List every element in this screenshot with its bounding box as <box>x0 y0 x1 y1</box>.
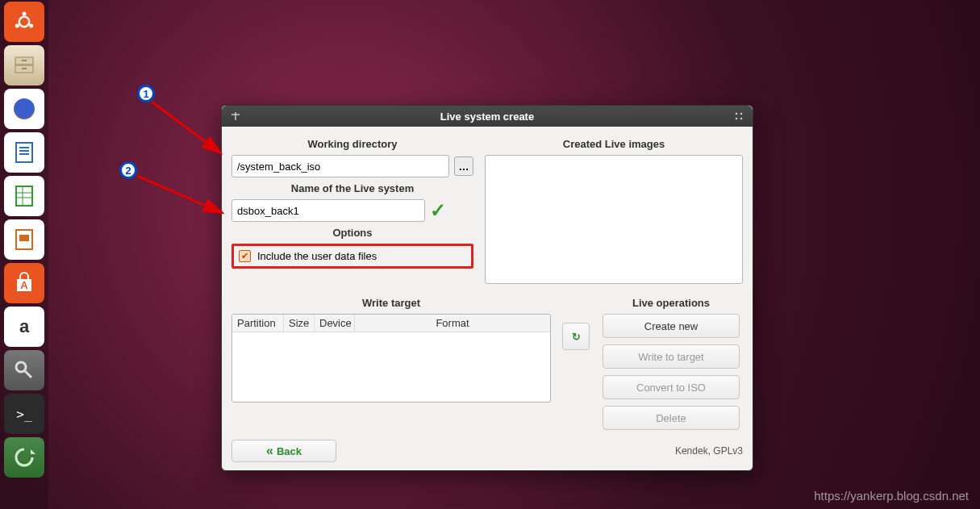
svg-line-28 <box>152 102 221 153</box>
table-header-row: Partition Size Device Format <box>232 315 550 332</box>
col-size: Size <box>284 315 315 332</box>
options-highlight-box: ✔ Include the user data files <box>231 244 473 269</box>
launcher-software-icon[interactable]: A <box>4 263 44 303</box>
credit-text: Kendek, GPLv3 <box>675 445 743 457</box>
delete-button[interactable]: Delete <box>603 406 740 430</box>
svg-point-27 <box>740 118 743 120</box>
document-icon <box>11 140 37 165</box>
shopping-bag-icon: A <box>12 271 36 295</box>
working-directory-label: Working directory <box>231 138 473 150</box>
grip-icon <box>734 111 744 121</box>
working-directory-input[interactable] <box>231 155 449 177</box>
browse-directory-button[interactable]: … <box>454 156 473 176</box>
svg-line-29 <box>137 176 223 213</box>
spreadsheet-icon <box>11 183 37 209</box>
created-images-list[interactable] <box>485 155 743 284</box>
live-system-create-window: Live system create Working directory … N… <box>221 105 753 471</box>
svg-point-26 <box>736 118 738 120</box>
firefox-icon <box>10 95 38 123</box>
launcher-recycle-icon[interactable] <box>4 437 44 478</box>
svg-point-20 <box>16 362 26 372</box>
options-label: Options <box>231 227 473 239</box>
titlebar-right-icon[interactable] <box>728 106 749 127</box>
svg-text:A: A <box>20 279 28 291</box>
live-operations-label: Live operations <box>599 297 743 309</box>
svg-rect-13 <box>16 186 32 206</box>
create-new-button[interactable]: Create new <box>603 314 740 338</box>
launcher-files-icon[interactable] <box>4 45 44 86</box>
refresh-button[interactable]: ↻ <box>562 323 590 350</box>
write-target-table[interactable]: Partition Size Device Format <box>231 314 551 403</box>
write-to-target-button[interactable]: Write to target <box>603 344 740 369</box>
launcher-impress-icon[interactable] <box>4 219 44 260</box>
presentation-icon <box>11 227 37 252</box>
annotation-arrow-2 <box>123 161 227 226</box>
include-user-data-checkbox[interactable]: ✔ Include the user data files <box>239 250 466 262</box>
window-title: Live system create <box>440 111 534 123</box>
launcher-writer-icon[interactable] <box>4 132 44 173</box>
window-titlebar[interactable]: Live system create <box>222 106 753 127</box>
launcher-dash-icon[interactable] <box>4 2 44 42</box>
ellipsis-icon: … <box>459 161 469 173</box>
terminal-prompt-icon: >_ <box>16 407 31 422</box>
col-format: Format <box>355 315 550 332</box>
col-partition: Partition <box>232 315 284 332</box>
launcher-firefox-icon[interactable] <box>4 89 44 129</box>
gear-wrench-icon <box>12 358 36 382</box>
launcher-calc-icon[interactable] <box>4 176 44 216</box>
svg-rect-7 <box>22 68 27 69</box>
created-images-label: Created Live images <box>485 138 743 150</box>
valid-check-icon: ✓ <box>430 199 446 222</box>
unity-launcher: A a >_ <box>0 0 48 509</box>
amazon-a-icon: a <box>19 316 29 337</box>
svg-rect-18 <box>19 235 29 241</box>
svg-rect-9 <box>16 143 32 162</box>
live-name-input[interactable] <box>231 199 425 222</box>
svg-point-0 <box>19 17 30 27</box>
launcher-terminal-icon[interactable]: >_ <box>4 394 44 434</box>
svg-rect-6 <box>22 60 27 61</box>
ubuntu-logo-icon <box>12 10 36 34</box>
back-label: Back <box>277 445 302 457</box>
svg-point-1 <box>23 12 27 16</box>
live-name-label: Name of the Live system <box>231 182 473 194</box>
convert-to-iso-button[interactable]: Convert to ISO <box>603 375 740 399</box>
pin-icon <box>231 111 240 121</box>
watermark-text: https://yankerp.blog.csdn.net <box>814 489 969 503</box>
svg-point-2 <box>15 24 19 28</box>
svg-point-25 <box>740 113 743 115</box>
col-device: Device <box>315 315 355 332</box>
annotation-arrow-1 <box>140 90 229 163</box>
svg-point-3 <box>29 24 33 28</box>
file-cabinet-icon <box>12 53 36 77</box>
write-target-label: Write target <box>231 297 551 309</box>
svg-point-24 <box>736 113 738 115</box>
refresh-icon: ↻ <box>572 331 581 343</box>
checkbox-checked-icon: ✔ <box>239 250 251 262</box>
launcher-settings-icon[interactable] <box>4 350 44 390</box>
back-chevron-icon: « <box>266 444 273 458</box>
svg-marker-21 <box>31 449 35 454</box>
back-button[interactable]: « Back <box>231 440 336 462</box>
recycle-arrows-icon <box>13 446 35 469</box>
include-user-data-label: Include the user data files <box>257 250 377 262</box>
launcher-amazon-icon[interactable]: a <box>4 307 44 347</box>
